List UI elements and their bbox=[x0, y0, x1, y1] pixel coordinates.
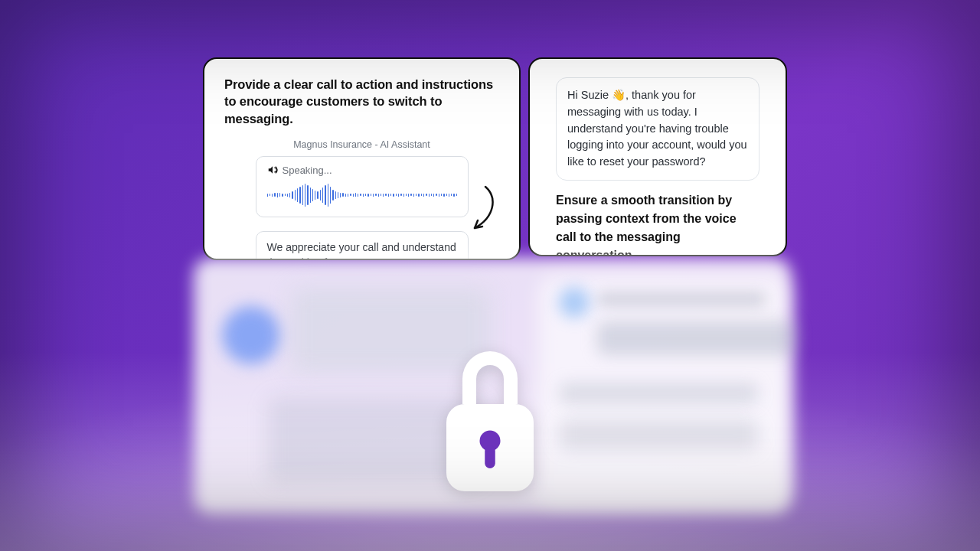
blurred-line bbox=[597, 321, 796, 355]
lock-icon bbox=[433, 341, 547, 509]
audio-waveform bbox=[267, 182, 457, 208]
blurred-avatar-small bbox=[559, 287, 590, 318]
voice-assistant-box: Speaking... bbox=[256, 156, 469, 217]
blurred-line bbox=[559, 383, 758, 404]
promo-graphic-stage: Provide a clear call to action and instr… bbox=[0, 0, 980, 551]
wave-emoji-icon: 👋 bbox=[612, 87, 626, 104]
left-guidance-card: Provide a clear call to action and instr… bbox=[203, 57, 521, 260]
chat-text-prefix: Hi Suzie bbox=[567, 89, 612, 101]
blurred-line bbox=[559, 419, 758, 450]
svg-rect-2 bbox=[485, 445, 495, 468]
left-headline: Provide a clear call to action and instr… bbox=[224, 76, 499, 127]
right-subheadline: Ensure a smooth transition by passing co… bbox=[556, 191, 760, 256]
blurred-avatar bbox=[222, 306, 280, 364]
speaking-status-row: Speaking... bbox=[267, 165, 457, 176]
assistant-label: Magnus Insurance - AI Assistant bbox=[224, 139, 499, 150]
speaking-label: Speaking... bbox=[283, 165, 332, 176]
blurred-line bbox=[597, 292, 766, 306]
transcript-box: We appreciate your call and understand t… bbox=[256, 231, 469, 260]
agent-chat-bubble: Hi Suzie 👋, thank you for messaging with… bbox=[556, 77, 760, 181]
right-guidance-card: Hi Suzie 👋, thank you for messaging with… bbox=[528, 57, 787, 256]
speaker-icon bbox=[267, 165, 278, 175]
lock-overlay bbox=[429, 337, 551, 513]
